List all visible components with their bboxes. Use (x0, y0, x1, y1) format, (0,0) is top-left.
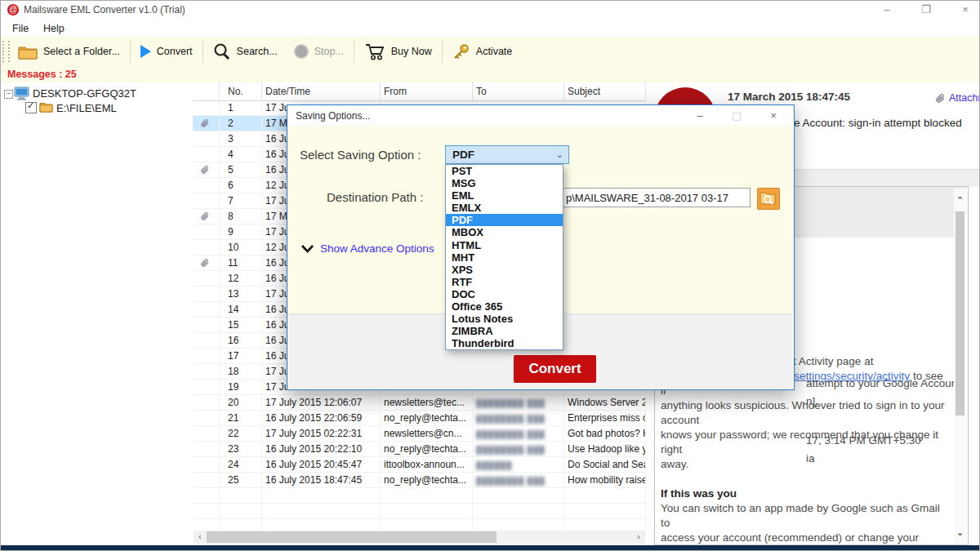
toolbar: Select a Folder... Convert Search... Sto… (1, 37, 980, 67)
tree-root-label[interactable]: DESKTOP-GFGQ32T (33, 87, 136, 100)
window-bottom-edge (1, 545, 980, 551)
tree-child-checkbox[interactable]: ✓ (25, 102, 37, 113)
header-no[interactable]: No. (220, 82, 262, 100)
to-cell: ████████ ███ (473, 411, 564, 425)
dropdown-option[interactable]: Lotus Notes (446, 313, 563, 325)
no-cell: 12 (220, 271, 262, 286)
restore-button[interactable]: ❐ (914, 2, 938, 17)
table-row[interactable]: 2217 July 2015 02:22:31newsletters@cn...… (193, 426, 646, 442)
list-header: No. Date/Time From To Subject (193, 82, 646, 101)
dialog-minimize-button[interactable]: – (688, 108, 712, 123)
dialog-close-button[interactable]: × (761, 108, 786, 123)
redacted-recipient: ████████ ███ (476, 399, 546, 407)
dropdown-option[interactable]: EMLX (446, 202, 563, 214)
clip-cell (193, 302, 220, 317)
header-date[interactable]: Date/Time (262, 82, 381, 100)
dropdown-option[interactable]: XPS (446, 264, 563, 276)
no-cell: 24 (220, 457, 262, 472)
no-cell: 8 (220, 209, 262, 224)
date-cell (262, 504, 381, 518)
close-button[interactable]: × (953, 2, 978, 17)
saving-option-dropdown[interactable]: PDF ⌄ (445, 145, 569, 164)
clip-cell (193, 411, 220, 425)
dropdown-option[interactable]: Office 365 (446, 300, 563, 313)
no-cell: 3 (220, 131, 262, 146)
scroll-right-icon[interactable]: › (632, 531, 645, 544)
tree-collapse-toggle[interactable]: − (4, 90, 13, 99)
clip-cell (193, 318, 220, 332)
clip-cell (193, 240, 220, 255)
dialog-title-bar: Saving Options... – ▢ × (287, 105, 792, 126)
scroll-up-icon[interactable]: ⌃ (955, 195, 965, 206)
header-subject[interactable]: Subject (564, 82, 646, 100)
from-cell: no_reply@techta... (381, 473, 473, 487)
dropdown-option[interactable]: MBOX (446, 226, 563, 238)
search-icon (213, 42, 231, 60)
dropdown-option[interactable]: HTML (446, 239, 563, 251)
dropdown-option[interactable]: RTF (446, 276, 563, 288)
dropdown-option[interactable]: MSG (446, 177, 563, 189)
table-row[interactable]: 2116 July 2015 22:06:59no_reply@techta..… (193, 411, 646, 426)
no-cell: 9 (220, 224, 262, 239)
dialog-maximize-button: ▢ (724, 108, 749, 123)
no-cell: 16 (220, 333, 262, 348)
buy-now-button[interactable]: Buy Now (356, 39, 440, 64)
body-line (661, 472, 947, 487)
horizontal-scrollbar[interactable]: ‹ › (194, 531, 645, 544)
dropdown-option[interactable]: PST (446, 165, 563, 177)
advance-chevron-icon[interactable] (301, 244, 314, 254)
stop-button: Stop... (286, 39, 352, 64)
show-advance-options-link[interactable]: Show Advance Options (320, 242, 434, 255)
dropdown-option[interactable]: Thunderbird (446, 337, 563, 349)
no-cell: 7 (220, 193, 262, 208)
window-title: Mailsware EML Converter v1.0 (Trial) (24, 4, 185, 16)
clip-cell (193, 504, 220, 518)
header-to[interactable]: To (473, 82, 564, 100)
redacted-recipient: ████████ ███ (476, 477, 546, 485)
browse-folder-button[interactable] (757, 188, 780, 210)
menu-file[interactable]: File (7, 21, 33, 36)
header-from[interactable]: From (381, 82, 473, 100)
vertical-scrollbar[interactable]: ⌃ ⌄ (954, 189, 966, 543)
dialog-convert-button[interactable]: Convert (514, 355, 596, 383)
redacted-recipient: ████████ ███ (476, 430, 546, 438)
clip-cell (193, 287, 220, 301)
minimize-button[interactable]: – (875, 2, 899, 17)
paperclip-icon (936, 93, 945, 104)
to-cell: ████████ ███ (473, 395, 564, 410)
menu-help[interactable]: Help (38, 21, 69, 36)
clip-cell (193, 256, 220, 270)
dropdown-option[interactable]: ZIMBRA (446, 325, 563, 337)
select-folder-button[interactable]: Select a Folder... (10, 39, 128, 64)
no-cell (220, 488, 262, 503)
vscroll-thumb[interactable] (956, 211, 964, 415)
date-cell: 16 July 2015 22:06:59 (262, 411, 381, 425)
scroll-down-icon[interactable]: ⌄ (955, 527, 965, 538)
table-row[interactable]: 2017 July 2015 12:06:07newsletters@tec..… (193, 395, 646, 411)
clip-cell (193, 116, 220, 131)
tree-child-label[interactable]: E:\FILE\EML (56, 102, 117, 114)
folder-tree: − DESKTOP-GFGQ32T ✓ E:\FILE\EML (1, 82, 194, 545)
header-clip[interactable] (193, 82, 220, 100)
no-cell: 23 (220, 442, 262, 456)
table-row[interactable]: 2316 July 2015 20:22:10no_reply@techta..… (193, 442, 646, 457)
attachments-link[interactable]: Attachments (936, 92, 980, 104)
no-cell: 19 (220, 380, 262, 394)
dropdown-option[interactable]: MHT (446, 251, 563, 264)
dropdown-option[interactable]: PDF (446, 214, 563, 226)
subject-cell (564, 504, 646, 518)
table-row[interactable]: 2516 July 2015 18:47:45no_reply@techta..… (193, 473, 646, 488)
to-cell: ██████ (473, 457, 564, 472)
convert-button[interactable]: Convert (132, 39, 201, 64)
scroll-left-icon[interactable]: ‹ (194, 531, 207, 544)
no-cell: 1 (220, 100, 262, 115)
table-row[interactable]: 2416 July 2015 20:45:47ittoolbox-announ.… (193, 457, 646, 473)
dropdown-option[interactable]: DOC (446, 288, 563, 300)
subject-cell: Windows Server 2 (564, 395, 646, 410)
dropdown-option[interactable]: EML (446, 189, 563, 202)
scroll-thumb[interactable] (207, 531, 497, 543)
activate-button[interactable]: Activate (444, 39, 520, 64)
subject-cell: Got bad photos? H (564, 426, 646, 441)
search-button[interactable]: Search... (205, 39, 286, 64)
clip-cell (193, 162, 220, 177)
